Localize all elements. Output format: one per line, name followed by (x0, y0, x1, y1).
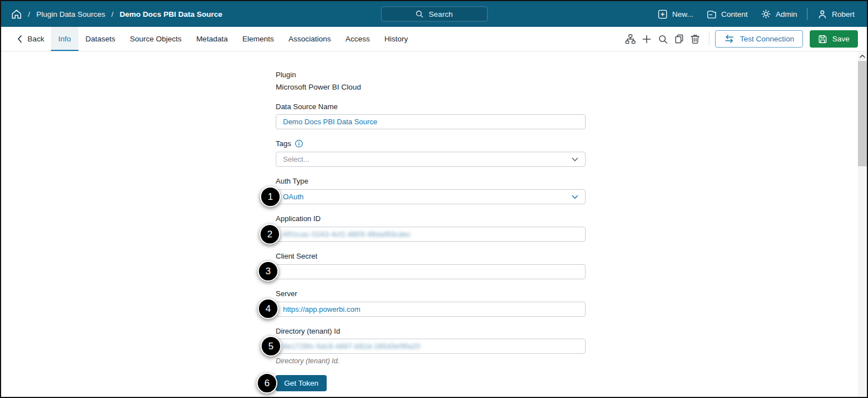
toolbar-actions: Test Connection Save (622, 30, 859, 48)
client-secret-input[interactable] (276, 264, 586, 279)
auth-type-value: OAuth (283, 193, 304, 201)
tab-history[interactable]: History (377, 27, 415, 51)
directory-tenant-id-input[interactable]: 9e1726fc-5dc9-4887-b92d-28543ef9fa20 (276, 339, 586, 354)
client-secret-label: Client Secret (276, 252, 317, 260)
new-label: New... (672, 10, 693, 18)
tab-elements[interactable]: Elements (235, 27, 281, 51)
trash-icon[interactable] (687, 31, 703, 48)
navbar-divider (807, 8, 807, 20)
user-menu[interactable]: Robert (818, 10, 855, 19)
search-label: Search (429, 10, 453, 18)
application-id-label: Application ID (276, 214, 321, 223)
tab-metadata[interactable]: Metadata (189, 27, 235, 51)
content-icon (707, 10, 717, 19)
data-source-name-label: Data Source Name (276, 102, 338, 111)
directory-tenant-id-helper: Directory (tenant) Id. (276, 357, 340, 365)
content-menu[interactable]: Content (707, 10, 748, 19)
find-icon[interactable] (655, 31, 671, 48)
data-source-name-input[interactable] (276, 114, 586, 129)
directory-tenant-id-label: Directory (tenant) Id (276, 327, 340, 335)
breadcrumb-separator: / (28, 10, 30, 18)
get-token-button[interactable]: Get Token (276, 375, 327, 391)
callout-badge-1: 1 (260, 186, 281, 207)
tags-select[interactable]: Select... (276, 152, 586, 167)
breadcrumb-root-link[interactable]: Plugin Data Sources (36, 10, 105, 18)
plugin-value: Microsoft Power BI Cloud (276, 83, 361, 91)
new-icon (658, 10, 667, 19)
callout-badge-2: 2 (259, 224, 280, 245)
callout-badge-5: 5 (261, 336, 281, 357)
tab-source-objects[interactable]: Source Objects (123, 27, 189, 51)
back-button[interactable]: Back (17, 35, 44, 43)
tags-label-text: Tags (276, 139, 291, 148)
global-search-button[interactable]: Search (381, 7, 488, 22)
search-icon (415, 10, 424, 18)
save-button[interactable]: Save (810, 30, 858, 48)
breadcrumb-separator: / (112, 10, 114, 18)
chevron-down-icon (572, 157, 578, 162)
callout-badge-6: 6 (257, 373, 277, 394)
application-id-input[interactable]: 4f01cac-0243-4cf1-8805-99daf93cdec (276, 227, 586, 242)
tab-datasets[interactable]: Datasets (78, 27, 123, 51)
home-icon[interactable] (11, 9, 22, 19)
content-area: Plugin Microsoft Power BI Cloud Data Sou… (1, 51, 867, 397)
user-icon (818, 10, 827, 19)
auth-type-select[interactable]: OAuth (276, 189, 586, 204)
new-menu[interactable]: New... (658, 10, 693, 19)
toolbar-divider (709, 32, 709, 46)
directory-tenant-id-value-redacted: 9e1726fc-5dc9-4887-b92d-28543ef9fa20 (283, 343, 420, 350)
application-id-value-redacted: 4f01cac-0243-4cf1-8805-99daf93cdec (283, 231, 411, 238)
chevron-down-icon (572, 195, 578, 199)
callout-badge-3: 3 (258, 261, 278, 282)
breadcrumb: / Plugin Data Sources / Demo Docs PBI Da… (11, 9, 222, 19)
test-connection-button[interactable]: Test Connection (715, 30, 803, 48)
add-icon[interactable] (638, 31, 655, 48)
content-label: Content (721, 10, 748, 18)
back-chevron-icon (17, 35, 22, 43)
admin-label: Admin (776, 10, 797, 18)
scrollbar-thumb[interactable] (858, 61, 867, 166)
save-label: Save (832, 35, 850, 43)
top-navbar: / Plugin Data Sources / Demo Docs PBI Da… (1, 1, 867, 27)
app-window: / Plugin Data Sources / Demo Docs PBI Da… (0, 0, 868, 398)
tags-label: Tags (276, 139, 303, 148)
admin-menu[interactable]: Admin (761, 9, 797, 19)
tab-associations[interactable]: Associations (281, 27, 338, 51)
navbar-actions: New... Content Admin (658, 8, 857, 20)
server-input[interactable] (276, 302, 586, 317)
callout-badge-4: 4 (258, 298, 278, 319)
info-icon[interactable] (295, 139, 303, 148)
test-connection-label: Test Connection (740, 35, 794, 43)
swap-arrows-icon (724, 35, 735, 43)
breadcrumb-current: Demo Docs PBI Data Source (120, 10, 222, 18)
sitemap-icon[interactable] (622, 31, 638, 48)
user-label: Robert (832, 10, 855, 18)
scroll-up-icon[interactable] (858, 51, 867, 61)
plugin-label: Plugin (276, 71, 296, 79)
tab-info[interactable]: Info (51, 27, 78, 51)
save-icon (818, 35, 827, 44)
auth-type-label: Auth Type (276, 177, 308, 185)
toolbar: Back Info Datasets Source Objects Metada… (1, 27, 867, 51)
tab-bar: Info Datasets Source Objects Metadata El… (51, 27, 415, 51)
tab-access[interactable]: Access (338, 27, 378, 51)
tags-placeholder: Select... (283, 155, 309, 163)
back-label: Back (27, 35, 44, 43)
server-label: Server (276, 289, 297, 298)
gear-icon (761, 9, 771, 19)
vertical-scrollbar[interactable] (858, 51, 867, 397)
copy-icon[interactable] (671, 31, 687, 48)
